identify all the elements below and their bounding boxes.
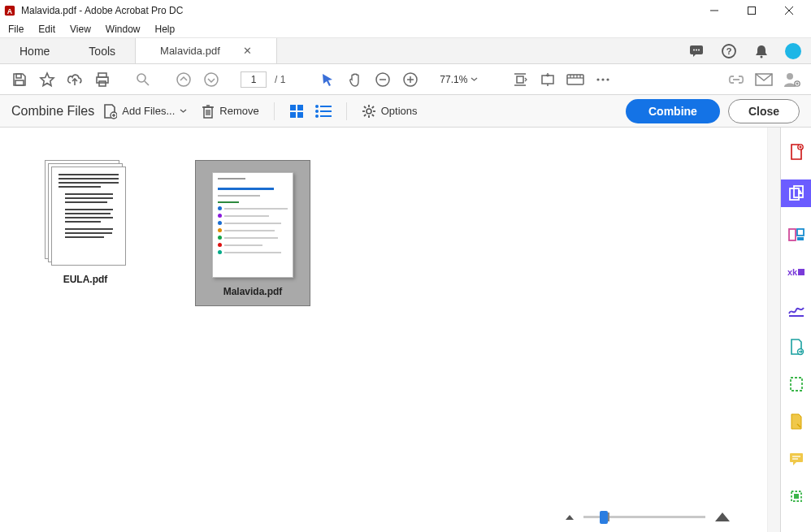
tab-tools[interactable]: Tools	[69, 38, 135, 63]
svg-rect-36	[567, 75, 583, 84]
page-up-icon[interactable]	[172, 68, 195, 91]
svg-line-76	[364, 114, 366, 115]
create-pdf-icon[interactable]	[787, 142, 806, 162]
export-pdf-icon[interactable]	[787, 337, 806, 357]
fit-width-icon[interactable]	[509, 68, 531, 91]
svg-marker-16	[41, 73, 54, 86]
add-files-button[interactable]: Add Files...	[102, 103, 187, 119]
menu-help[interactable]: Help	[155, 24, 176, 35]
combine-workarea: EULA.pdf Malavida.pdf	[0, 128, 780, 532]
find-icon[interactable]	[132, 68, 154, 91]
comment-icon[interactable]	[687, 42, 705, 60]
more-icon[interactable]	[592, 68, 614, 91]
organize-pages-icon[interactable]	[787, 225, 806, 244]
svg-rect-18	[97, 77, 108, 83]
edit-pdf-icon[interactable]	[787, 412, 806, 431]
svg-rect-90	[798, 269, 804, 275]
menu-edit[interactable]: Edit	[38, 24, 55, 35]
tab-strip: Home Tools Malavida.pdf ✕ ?	[0, 37, 811, 64]
svg-rect-87	[797, 237, 804, 240]
panel-title: Combine Files	[11, 104, 94, 119]
main-toolbar: / 1 77.1%	[0, 64, 811, 95]
combine-panel-bar: Combine Files Add Files... Remove Option…	[0, 95, 811, 128]
svg-rect-3	[748, 7, 756, 15]
protect-icon[interactable]	[787, 374, 806, 394]
svg-point-8	[693, 49, 695, 50]
combine-button[interactable]: Combine	[626, 99, 720, 123]
sign-icon[interactable]	[787, 300, 806, 319]
file-thumbnail	[45, 160, 126, 266]
zoom-large-icon	[713, 511, 731, 522]
save-icon[interactable]	[8, 68, 31, 91]
svg-point-23	[205, 73, 218, 86]
svg-point-67	[315, 115, 319, 118]
svg-rect-14	[16, 74, 21, 78]
options-button[interactable]: Options	[362, 104, 418, 119]
svg-point-65	[315, 110, 319, 113]
svg-rect-15	[15, 80, 24, 85]
svg-point-22	[177, 73, 190, 86]
hand-tool-icon[interactable]	[344, 68, 366, 91]
menu-window[interactable]: Window	[106, 24, 141, 35]
email-icon[interactable]	[752, 68, 775, 91]
tab-home[interactable]: Home	[0, 38, 69, 63]
svg-point-13	[761, 55, 763, 58]
svg-rect-85	[789, 229, 796, 240]
slider-thumb[interactable]	[600, 511, 608, 524]
help-icon[interactable]: ?	[720, 42, 738, 60]
read-mode-icon[interactable]	[564, 68, 587, 91]
close-button[interactable]	[770, 0, 808, 21]
print-icon[interactable]	[91, 68, 114, 91]
svg-text:k: k	[792, 267, 798, 277]
menu-file[interactable]: File	[8, 24, 24, 35]
svg-point-9	[696, 49, 697, 50]
combine-files-icon[interactable]	[781, 179, 812, 207]
close-panel-button[interactable]: Close	[728, 99, 800, 123]
tab-close-icon[interactable]: ✕	[243, 45, 252, 57]
svg-marker-79	[715, 513, 730, 521]
minimize-button[interactable]	[696, 0, 733, 21]
file-item[interactable]: EULA.pdf	[24, 160, 146, 285]
zoom-dropdown[interactable]: 77.1%	[440, 74, 478, 85]
svg-point-42	[597, 78, 600, 80]
svg-rect-94	[790, 453, 803, 462]
fit-page-icon[interactable]	[536, 68, 559, 91]
zoom-small-icon	[564, 513, 575, 521]
svg-rect-62	[297, 112, 303, 118]
file-name-label: EULA.pdf	[63, 274, 108, 285]
zoom-in-icon[interactable]	[399, 68, 422, 91]
comment-tool-icon[interactable]	[787, 449, 806, 469]
svg-rect-19	[99, 81, 106, 86]
zoom-out-icon[interactable]	[371, 68, 394, 91]
remove-button[interactable]: Remove	[202, 103, 258, 119]
page-down-icon[interactable]	[200, 68, 223, 91]
redact-icon[interactable]: xk	[787, 262, 806, 282]
app-icon: A	[3, 4, 16, 17]
svg-point-44	[607, 78, 609, 80]
cloud-upload-icon[interactable]	[63, 68, 86, 91]
bell-icon[interactable]	[752, 42, 770, 60]
avatar[interactable]	[785, 43, 801, 59]
svg-point-43	[602, 78, 605, 80]
thumbnail-view-icon[interactable]	[289, 104, 304, 119]
page-number-input[interactable]	[241, 71, 267, 88]
svg-point-46	[787, 73, 793, 80]
file-item-selected[interactable]: Malavida.pdf	[195, 160, 310, 306]
share-user-icon[interactable]	[780, 68, 803, 91]
thumbnail-zoom-slider[interactable]	[564, 511, 731, 522]
svg-text:A: A	[7, 7, 13, 15]
maximize-button[interactable]	[733, 0, 770, 21]
optimize-icon[interactable]	[787, 487, 806, 506]
page-total-label: / 1	[275, 74, 285, 85]
tab-document[interactable]: Malavida.pdf ✕	[135, 38, 277, 63]
link-icon[interactable]	[725, 68, 748, 91]
star-icon[interactable]	[36, 68, 59, 91]
svg-marker-78	[566, 515, 574, 520]
menu-view[interactable]: View	[70, 24, 91, 35]
list-view-icon[interactable]	[315, 105, 332, 118]
title-bar: A Malavida.pdf - Adobe Acrobat Pro DC	[0, 0, 811, 21]
selection-tool-icon[interactable]	[316, 68, 339, 91]
vertical-scrollbar[interactable]	[767, 128, 780, 532]
file-name-label: Malavida.pdf	[223, 286, 283, 297]
tools-rail: xk	[780, 128, 811, 532]
